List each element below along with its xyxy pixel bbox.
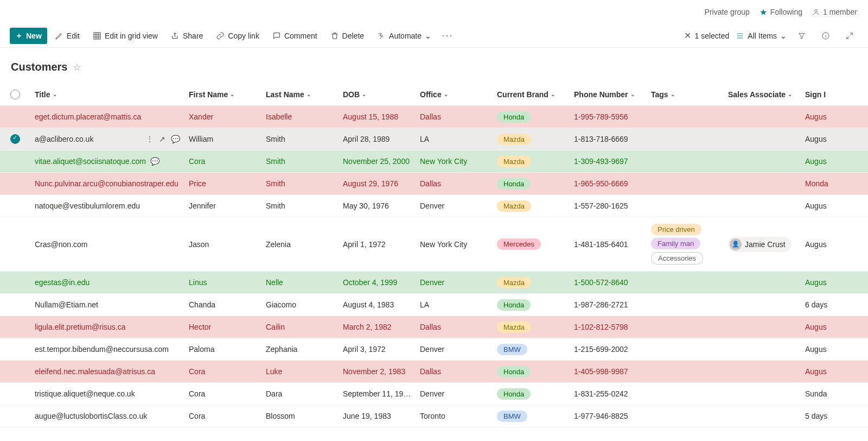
brand-pill: Honda bbox=[497, 111, 531, 123]
table-row[interactable]: Cras@non.comJasonZeleniaApril 1, 1972New… bbox=[0, 217, 868, 272]
title-cell[interactable]: a@aclibero.co.uk⋮↗💬 bbox=[30, 135, 184, 143]
sign-cell: Augus bbox=[801, 278, 868, 287]
title-cell[interactable]: eget.dictum.placerat@mattis.ca bbox=[30, 112, 184, 121]
table-row[interactable]: vitae.aliquet@sociisnatoque.com💬CoraSmit… bbox=[0, 150, 868, 173]
tag-pill[interactable]: Family man bbox=[651, 238, 700, 249]
office-cell: Dallas bbox=[416, 179, 493, 188]
trash-icon bbox=[330, 32, 339, 40]
list-title-bar: Customers ☆ bbox=[0, 48, 868, 83]
phone-cell: 1-813-718-6669 bbox=[570, 135, 647, 143]
title-cell[interactable]: est.tempor.bibendum@neccursusa.com bbox=[30, 345, 184, 354]
title-cell[interactable]: natoque@vestibulumlorem.edu bbox=[30, 201, 184, 210]
dob-cell: June 19, 1983 bbox=[339, 412, 416, 420]
dob-cell: March 2, 1982 bbox=[339, 323, 416, 331]
title-cell[interactable]: egestas@in.edu bbox=[30, 278, 184, 287]
view-selector[interactable]: All Items ⌄ bbox=[736, 32, 787, 40]
command-bar: ＋ New Edit Edit in grid view Share Copy … bbox=[0, 24, 868, 48]
table-row[interactable]: Nullam@Etiam.netChandaGiacomoAugust 4, 1… bbox=[0, 294, 868, 316]
row-share-icon[interactable]: ↗ bbox=[159, 135, 165, 143]
link-icon bbox=[216, 32, 225, 40]
tags-cell bbox=[647, 204, 724, 208]
comment-button[interactable]: Comment bbox=[267, 28, 323, 43]
delete-button[interactable]: Delete bbox=[325, 28, 369, 43]
filter-button[interactable] bbox=[793, 27, 810, 45]
office-cell: Dallas bbox=[416, 367, 493, 376]
title-cell[interactable]: Cras@non.com bbox=[30, 240, 184, 249]
brand-pill: Honda bbox=[497, 299, 531, 311]
tag-pill[interactable]: Accessories bbox=[651, 252, 703, 264]
brand-cell: Honda bbox=[493, 366, 570, 377]
sign-cell: 6 days bbox=[801, 300, 868, 309]
brand-cell: Mazda bbox=[493, 156, 570, 167]
info-button[interactable] bbox=[817, 27, 834, 45]
col-title[interactable]: Title⌄ bbox=[30, 90, 184, 99]
title-cell[interactable]: tristique.aliquet@neque.co.uk bbox=[30, 389, 184, 398]
tags-cell bbox=[647, 159, 724, 163]
first-cell: Price bbox=[184, 179, 261, 188]
row-more-icon[interactable]: ⋮ bbox=[146, 135, 154, 143]
following-button[interactable]: ★ Following bbox=[760, 7, 802, 17]
sign-cell: Monda bbox=[801, 179, 868, 188]
table-row[interactable]: Nunc.pulvinar.arcu@conubianostraper.eduP… bbox=[0, 173, 868, 195]
first-cell: Cora bbox=[184, 367, 261, 376]
selected-indicator[interactable]: ✕ 1 selected bbox=[684, 30, 729, 41]
col-sales-associate[interactable]: Sales Associate⌄ ↖ bbox=[724, 90, 801, 99]
last-cell: Zephania bbox=[261, 345, 339, 354]
office-cell: Denver bbox=[416, 389, 493, 398]
members-button[interactable]: 1 member bbox=[812, 8, 857, 16]
table-row[interactable]: ligula.elit.pretium@risus.caHectorCailin… bbox=[0, 316, 868, 338]
brand-cell: Mazda bbox=[493, 277, 570, 288]
copy-link-label: Copy link bbox=[228, 32, 259, 40]
phone-cell: 1-965-950-6669 bbox=[570, 179, 647, 188]
title-cell[interactable]: ligula.elit.pretium@risus.ca bbox=[30, 323, 184, 331]
automate-button[interactable]: Automate ⌄ bbox=[372, 28, 437, 43]
sign-cell: Augus bbox=[801, 112, 868, 121]
col-current-brand[interactable]: Current Brand⌄ bbox=[493, 90, 570, 99]
table-row[interactable]: tristique.aliquet@neque.co.ukCoraDaraSep… bbox=[0, 383, 868, 405]
table-row[interactable]: natoque@vestibulumlorem.eduJenniferSmith… bbox=[0, 195, 868, 217]
col-tags[interactable]: Tags⌄ bbox=[647, 90, 724, 99]
tags-cell bbox=[647, 414, 724, 418]
col-last-name[interactable]: Last Name⌄ bbox=[261, 90, 339, 99]
phone-cell: 1-481-185-6401 bbox=[570, 240, 647, 249]
edit-grid-button[interactable]: Edit in grid view bbox=[87, 28, 163, 43]
table-row[interactable]: egestas@in.eduLinusNelleOctober 4, 1999D… bbox=[0, 272, 868, 294]
edit-button[interactable]: Edit bbox=[49, 28, 85, 43]
copy-link-button[interactable]: Copy link bbox=[210, 28, 265, 43]
dob-cell: April 1, 1972 bbox=[339, 240, 416, 249]
title-cell[interactable]: vitae.aliquet@sociisnatoque.com💬 bbox=[30, 157, 184, 166]
select-all[interactable] bbox=[0, 90, 30, 99]
table-row[interactable]: eleifend.nec.malesuada@atrisus.caCoraLuk… bbox=[0, 361, 868, 383]
tags-cell: Price drivenFamily manAccessories bbox=[647, 222, 724, 267]
col-office[interactable]: Office⌄ bbox=[416, 90, 493, 99]
title-cell[interactable]: Nullam@Etiam.net bbox=[30, 300, 184, 309]
comment-icon bbox=[272, 32, 281, 40]
close-icon[interactable]: ✕ bbox=[684, 30, 691, 41]
favorite-star-icon[interactable]: ☆ bbox=[73, 61, 81, 73]
table-row[interactable]: eget.dictum.placerat@mattis.caXanderIsab… bbox=[0, 106, 868, 128]
expand-button[interactable] bbox=[841, 27, 858, 45]
table-row[interactable]: est.tempor.bibendum@neccursusa.comPaloma… bbox=[0, 338, 868, 361]
col-phone[interactable]: Phone Number⌄ bbox=[570, 90, 647, 99]
new-button[interactable]: ＋ New bbox=[10, 28, 47, 44]
title-cell[interactable]: eleifend.nec.malesuada@atrisus.ca bbox=[30, 367, 184, 376]
col-first-name[interactable]: First Name⌄ bbox=[184, 90, 261, 99]
edit-grid-label: Edit in grid view bbox=[105, 32, 158, 40]
tag-pill[interactable]: Price driven bbox=[651, 224, 701, 235]
col-sign[interactable]: Sign I bbox=[801, 90, 868, 99]
dob-cell: November 25, 2000 bbox=[339, 157, 416, 166]
col-dob[interactable]: DOB⌄ bbox=[339, 90, 416, 99]
row-checkbox[interactable] bbox=[10, 134, 20, 144]
brand-pill: Mercedes bbox=[497, 238, 541, 250]
last-cell: Zelenia bbox=[261, 240, 339, 249]
table-row[interactable]: augue@luctuslobortisClass.co.ukCoraBloss… bbox=[0, 405, 868, 427]
sign-cell: 5 days bbox=[801, 412, 868, 420]
associate-pill[interactable]: 👤Jamie Crust bbox=[728, 237, 791, 252]
row-comment-icon[interactable]: 💬 bbox=[171, 135, 180, 143]
more-button[interactable]: ··· bbox=[439, 27, 456, 45]
table-row[interactable]: a@aclibero.co.uk⋮↗💬WilliamSmithApril 28,… bbox=[0, 128, 868, 150]
share-button[interactable]: Share bbox=[165, 28, 208, 43]
title-cell[interactable]: Nunc.pulvinar.arcu@conubianostraper.edu bbox=[30, 179, 184, 188]
title-cell[interactable]: augue@luctuslobortisClass.co.uk bbox=[30, 412, 184, 420]
comment-indicator-icon[interactable]: 💬 bbox=[150, 157, 159, 166]
